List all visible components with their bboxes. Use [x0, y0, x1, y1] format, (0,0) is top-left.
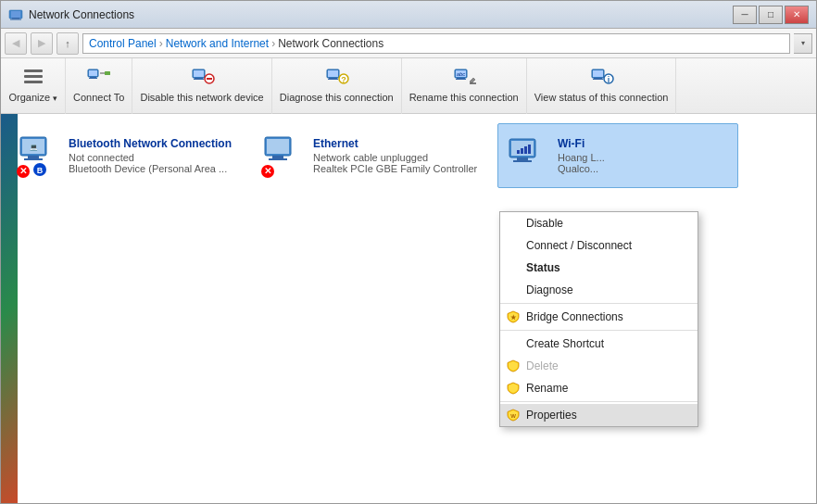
- forward-button[interactable]: ▶: [31, 32, 53, 55]
- ctx-connect-disconnect-label: Connect / Disconnect: [526, 239, 632, 252]
- maximize-button[interactable]: □: [759, 6, 783, 24]
- toolbar: Organize Connect To: [1, 58, 816, 114]
- ethernet-device: Realtek PCIe GBE Family Controller: [313, 163, 485, 174]
- svg-rect-15: [195, 78, 203, 79]
- ethernet-info: Ethernet Network cable unplugged Realtek…: [313, 137, 485, 174]
- wifi-connection[interactable]: Wi-Fi Hoang L... Qualco...: [497, 123, 738, 188]
- bluetooth-icon: 💻 ✕ B: [17, 133, 61, 178]
- svg-rect-20: [328, 70, 338, 77]
- ctx-connect-disconnect[interactable]: Connect / Disconnect: [500, 234, 698, 257]
- ctx-create-shortcut[interactable]: Create Shortcut: [500, 333, 698, 355]
- error-badge-bluetooth: ✕: [17, 165, 30, 178]
- content-area: 💻 ✕ B Bluetooth Network Connection Not c…: [1, 114, 816, 503]
- wifi-icon: [506, 133, 550, 178]
- ethernet-status: Network cable unplugged: [313, 152, 485, 163]
- properties-shield-icon: W: [506, 408, 521, 422]
- connect-to-label: Connect To: [73, 92, 124, 104]
- svg-rect-29: [456, 79, 466, 80]
- up-button[interactable]: ↑: [57, 32, 79, 55]
- svg-text:B: B: [37, 166, 44, 175]
- ctx-divider-3: [500, 401, 698, 402]
- error-badge-ethernet: ✕: [261, 165, 274, 178]
- diagnose-label: Diagnose this connection: [280, 92, 394, 104]
- toolbar-diagnose[interactable]: ? Diagnose this connection: [272, 58, 402, 114]
- ctx-status[interactable]: Status: [500, 257, 698, 279]
- diagnose-icon: ?: [321, 64, 351, 90]
- svg-rect-4: [24, 69, 43, 72]
- ethernet-connection[interactable]: ✕ Ethernet Network cable unplugged Realt…: [253, 123, 494, 188]
- svg-rect-10: [89, 78, 97, 79]
- ctx-divider-1: [500, 303, 698, 304]
- wifi-device: Qualco...: [558, 163, 730, 174]
- svg-rect-6: [24, 81, 43, 83]
- ctx-rename-label: Rename: [526, 382, 568, 395]
- ctx-divider-2: [500, 330, 698, 331]
- svg-text:abc: abc: [456, 71, 465, 77]
- breadcrumb-current: Network Connections: [278, 37, 383, 50]
- ctx-diagnose-label: Diagnose: [526, 284, 573, 296]
- organize-label: Organize: [8, 92, 57, 104]
- breadcrumb-control-panel[interactable]: Control Panel: [89, 37, 157, 50]
- ctx-delete[interactable]: Delete: [500, 355, 698, 377]
- address-bar: ◀ ▶ ↑ Control Panel › Network and Intern…: [1, 29, 816, 58]
- svg-rect-8: [89, 70, 97, 76]
- rename-label: Rename this connection: [409, 92, 519, 104]
- minimize-button[interactable]: ─: [733, 6, 757, 24]
- ctx-disable-label: Disable: [526, 217, 563, 230]
- svg-rect-52: [524, 146, 527, 154]
- toolbar-status[interactable]: i View status of this connection: [527, 58, 677, 114]
- sep2: ›: [271, 37, 275, 50]
- sep1: ›: [159, 37, 163, 50]
- title-bar-buttons: ─ □ ✕: [733, 6, 809, 24]
- close-button[interactable]: ✕: [785, 6, 809, 24]
- svg-text:i: i: [608, 75, 610, 84]
- ctx-properties[interactable]: W Properties: [500, 404, 698, 426]
- svg-rect-34: [593, 79, 603, 80]
- ctx-bridge[interactable]: ★ Bridge Connections: [500, 306, 698, 328]
- svg-text:W: W: [510, 413, 516, 419]
- svg-rect-32: [593, 70, 603, 77]
- svg-rect-54: [517, 158, 528, 160]
- svg-rect-9: [90, 77, 96, 78]
- svg-rect-45: [267, 139, 289, 154]
- wifi-name: Wi-Fi: [558, 137, 730, 150]
- svg-rect-5: [24, 75, 43, 78]
- delete-shield-icon: [506, 359, 521, 373]
- svg-rect-33: [594, 78, 602, 79]
- bluetooth-status: Not connected: [69, 152, 241, 163]
- svg-rect-1: [11, 11, 20, 18]
- ctx-rename[interactable]: Rename: [500, 377, 698, 399]
- svg-rect-39: [28, 156, 39, 158]
- svg-rect-3: [10, 19, 21, 19]
- svg-rect-53: [528, 145, 531, 154]
- ctx-status-label: Status: [526, 261, 560, 274]
- bluetooth-device: Bluetooth Device (Personal Area ...: [69, 163, 241, 174]
- context-menu: Disable Connect / Disconnect Status Diag…: [499, 211, 698, 427]
- toolbar-rename[interactable]: abc Rename this connection: [402, 58, 527, 114]
- toolbar-disable[interactable]: Disable this network device: [132, 58, 271, 114]
- ethernet-name: Ethernet: [313, 137, 485, 150]
- status-label: View status of this connection: [534, 92, 669, 104]
- svg-rect-2: [12, 18, 19, 19]
- toolbar-connect-to[interactable]: Connect To: [66, 58, 132, 114]
- svg-text:?: ?: [341, 75, 346, 84]
- svg-rect-12: [105, 71, 110, 75]
- svg-rect-22: [328, 79, 338, 80]
- rename-shield-icon: [506, 381, 521, 396]
- toolbar-organize[interactable]: Organize: [1, 58, 66, 114]
- address-dropdown-button[interactable]: ▾: [794, 33, 812, 54]
- svg-text:★: ★: [510, 314, 517, 321]
- breadcrumb-network-internet[interactable]: Network and Internet: [166, 37, 269, 50]
- disable-label: Disable this network device: [140, 92, 263, 104]
- status-icon: i: [586, 64, 616, 90]
- back-button[interactable]: ◀: [5, 32, 27, 55]
- bluetooth-connection[interactable]: 💻 ✕ B Bluetooth Network Connection Not c…: [8, 123, 249, 188]
- svg-rect-51: [521, 148, 523, 154]
- svg-rect-46: [272, 156, 283, 158]
- ctx-diagnose[interactable]: Diagnose: [500, 279, 698, 301]
- wifi-info: Wi-Fi Hoang L... Qualco...: [558, 137, 730, 174]
- svg-rect-50: [517, 150, 520, 154]
- address-path[interactable]: Control Panel › Network and Internet › N…: [82, 33, 790, 54]
- disable-icon: [187, 64, 217, 90]
- ctx-disable[interactable]: Disable: [500, 212, 698, 234]
